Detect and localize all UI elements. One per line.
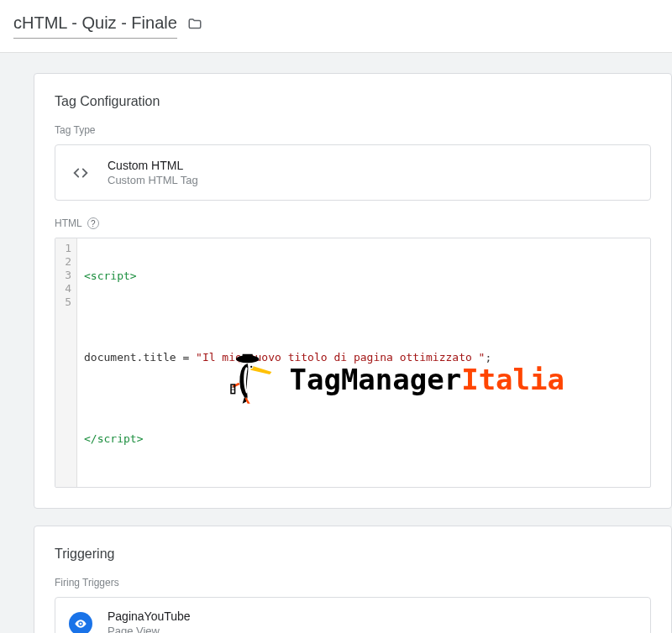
code-icon xyxy=(69,161,92,185)
watermark-logo: TagManagerItalia xyxy=(228,337,564,421)
tag-type-subtitle: Custom HTML Tag xyxy=(108,174,198,186)
trigger-type: Page View xyxy=(108,625,191,633)
triggering-card: Triggering Firing Triggers PaginaYouTube… xyxy=(34,526,672,633)
page-title[interactable]: cHTML - Quiz - Finale xyxy=(13,13,177,39)
bird-icon xyxy=(228,337,279,421)
page-header: cHTML - Quiz - Finale xyxy=(0,0,672,53)
tag-type-selector[interactable]: Custom HTML Custom HTML Tag xyxy=(55,144,651,201)
code-content[interactable]: <script> document.title = "Il mio nuovo … xyxy=(77,238,650,487)
help-icon[interactable]: ? xyxy=(87,217,99,229)
code-gutter: 1 2 3 4 5 xyxy=(55,238,77,487)
trigger-name: PaginaYouTube xyxy=(108,609,191,623)
trigger-item[interactable]: PaginaYouTube Page View xyxy=(55,597,651,633)
html-code-editor[interactable]: 1 2 3 4 5 <script> document.title = "Il … xyxy=(55,238,651,488)
tag-type-label: Tag Type xyxy=(55,124,651,136)
tag-type-name: Custom HTML xyxy=(108,159,198,172)
folder-icon[interactable] xyxy=(187,17,202,35)
triggering-title: Triggering xyxy=(55,547,651,562)
page-body: Tag Configuration Tag Type Custom HTML C… xyxy=(0,53,672,633)
tag-configuration-card: Tag Configuration Tag Type Custom HTML C… xyxy=(34,73,672,509)
svg-point-7 xyxy=(80,622,82,625)
html-label: HTML ? xyxy=(55,217,651,229)
svg-rect-1 xyxy=(243,354,253,361)
tag-config-title: Tag Configuration xyxy=(55,94,651,109)
logo-text: TagManagerItalia xyxy=(289,362,564,398)
pageview-icon xyxy=(69,612,92,634)
svg-point-3 xyxy=(250,366,252,368)
firing-triggers-label: Firing Triggers xyxy=(55,577,651,589)
